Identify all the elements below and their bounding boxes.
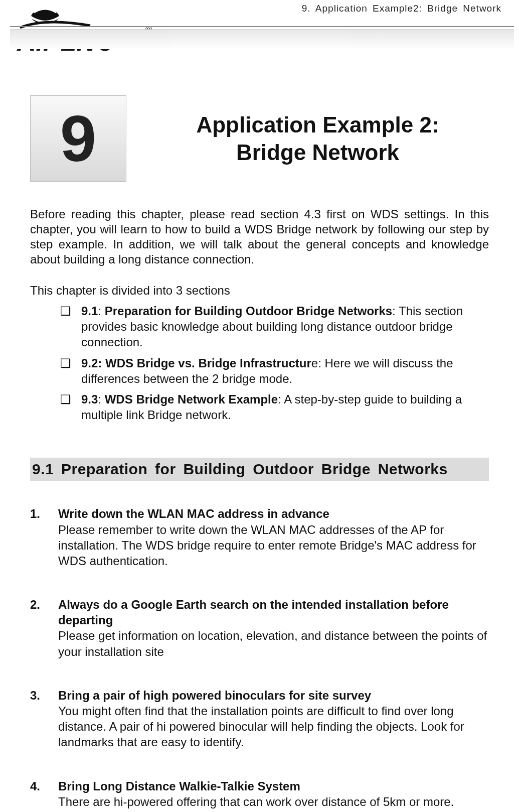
item-title: Bring Long Distance Walkie-Talkie System (58, 779, 300, 793)
item-body: Write down the WLAN MAC address in advan… (58, 506, 489, 569)
item-number: 2. (30, 597, 48, 659)
checkbox-icon: ❑ (60, 391, 72, 423)
list-item: 3. Bring a pair of high powered binocula… (30, 688, 489, 750)
item-number: 4. (30, 778, 48, 812)
list-item: 4. Bring Long Distance Walkie-Talkie Sys… (30, 778, 489, 812)
item-title: Bring a pair of high powered binoculars … (58, 689, 371, 702)
checkbox-icon: ❑ (60, 355, 72, 386)
item-desc: Please get information on location, elev… (58, 629, 487, 658)
page: Air Live ® 9. Application Example2: Brid… (0, 0, 519, 812)
chapter-title-line2: Bridge Network (146, 139, 489, 166)
item-number: 1. (30, 506, 48, 569)
item-body: Bring a pair of high powered binoculars … (58, 688, 489, 750)
running-header-title: 9. Application Example2: Bridge Network (302, 3, 501, 14)
chapter-outline: ❑ 9.1: Preparation for Building Outdoor … (30, 303, 489, 423)
item-desc: You might often find that the installati… (58, 704, 464, 749)
section-9-1-heading: 9.1 Preparation for Building Outdoor Bri… (30, 458, 489, 481)
checkbox-icon: ❑ (60, 303, 72, 350)
page-header: Air Live ® 9. Application Example2: Brid… (30, 0, 489, 70)
item-title: Write down the WLAN MAC address in advan… (58, 507, 329, 520)
outline-item-text: 9.1: Preparation for Building Outdoor Br… (81, 303, 489, 350)
item-desc: Please remember to write down the WLAN M… (58, 523, 476, 568)
outline-item-9-1: ❑ 9.1: Preparation for Building Outdoor … (60, 303, 489, 350)
preparation-numbered-list: 1. Write down the WLAN MAC address in ad… (30, 506, 489, 812)
header-divider (10, 26, 514, 30)
chapter-title-line1: Application Example 2: (146, 111, 489, 139)
item-desc: There are hi-powered offering that can w… (58, 795, 454, 812)
list-item: 1. Write down the WLAN MAC address in ad… (30, 506, 489, 569)
chapter-number-box: 9 (30, 95, 126, 182)
item-body: Always do a Google Earth search on the i… (58, 597, 489, 659)
chapter-title: Application Example 2: Bridge Network (146, 111, 489, 166)
header-gradient (10, 30, 514, 49)
intro-paragraph: Before reading this chapter, please read… (30, 207, 489, 267)
subintro-paragraph: This chapter is divided into 3 sections (30, 283, 489, 298)
chapter-heading-row: 9 Application Example 2: Bridge Network (30, 95, 489, 182)
item-title: Always do a Google Earth search on the i… (58, 598, 449, 627)
chapter-number: 9 (60, 101, 96, 176)
item-number: 3. (30, 688, 48, 750)
list-item: 2. Always do a Google Earth search on th… (30, 597, 489, 659)
outline-item-9-2: ❑ 9.2: WDS Bridge vs. Bridge Infrastruct… (60, 355, 489, 386)
outline-item-text: 9.3: WDS Bridge Network Example: A step-… (81, 391, 489, 423)
outline-item-9-3: ❑ 9.3: WDS Bridge Network Example: A ste… (60, 391, 489, 423)
item-body: Bring Long Distance Walkie-Talkie System… (58, 778, 489, 812)
outline-item-text: 9.2: WDS Bridge vs. Bridge Infrastructur… (81, 355, 489, 386)
